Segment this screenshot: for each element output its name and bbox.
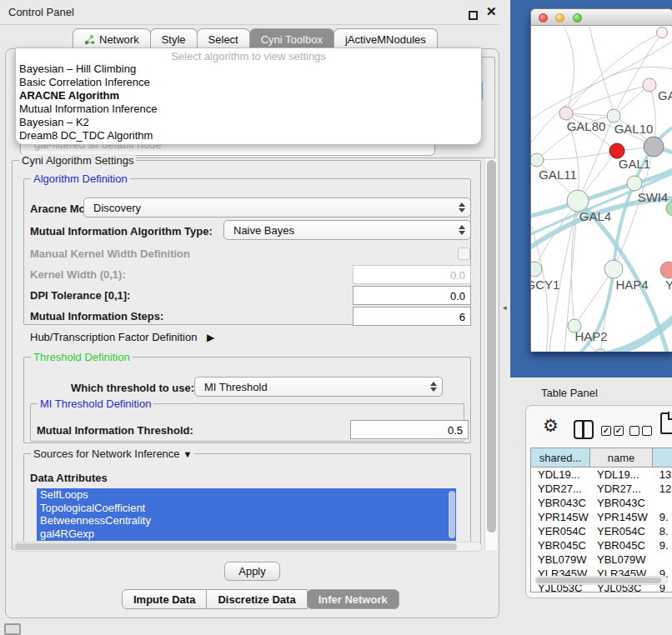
table-row[interactable]: YBR045CYBR045C9. <box>531 538 672 552</box>
panel-divider-handle[interactable]: ◂ <box>503 303 507 312</box>
network-node-hap4[interactable] <box>604 260 623 278</box>
attribute-item[interactable]: TopologicalCoefficient <box>37 502 456 515</box>
network-node-gal80[interactable] <box>559 107 573 120</box>
deselect-all-icon2[interactable] <box>642 426 652 436</box>
network-node-y[interactable] <box>660 262 672 278</box>
table-cell[interactable]: YBL079W <box>590 552 653 567</box>
manual-kernel-checkbox[interactable] <box>458 248 470 260</box>
minimize-traffic-light-icon[interactable] <box>555 13 564 22</box>
network-node-gal11[interactable] <box>531 153 544 167</box>
table-cell[interactable]: YDR27... <box>590 482 653 496</box>
tab-discretize-data[interactable]: Discretize Data <box>206 589 307 609</box>
network-node[interactable] <box>644 137 664 157</box>
table-cell[interactable]: YPR145W <box>590 510 653 524</box>
table-cell[interactable]: 9. <box>653 538 672 552</box>
table-cell[interactable]: YBL079W <box>531 552 590 567</box>
table-cell[interactable]: YDL19... <box>531 468 590 482</box>
algorithm-option[interactable]: Bayesian – K2 <box>16 116 481 129</box>
tab-infer-network[interactable]: Infer Network <box>307 589 399 609</box>
mi-algorithm-type-select[interactable]: Naive Bayes <box>223 220 471 240</box>
table-cell[interactable]: YDR27... <box>531 482 590 496</box>
table-cell[interactable]: YBR043C <box>531 496 590 510</box>
data-attributes-label: Data Attributes <box>30 472 108 484</box>
tab-style[interactable]: Style <box>150 28 198 49</box>
column-header[interactable]: shared... <box>531 448 590 467</box>
aracne-mode-select[interactable]: Discovery <box>83 198 471 218</box>
table-row[interactable]: YDL19...YDL19...13 <box>531 468 672 482</box>
attributes-list-scrollbar[interactable] <box>449 491 455 538</box>
which-threshold-select[interactable]: MI Threshold <box>194 377 443 397</box>
close-icon[interactable]: ✕ <box>486 4 497 19</box>
tab-cyni-toolbox[interactable]: Cyni Toolbox <box>249 28 334 49</box>
mi-steps-label: Mutual Information Steps: <box>30 310 163 322</box>
table-row[interactable]: YBR043CYBR043C <box>531 496 672 510</box>
network-node-label: HAP2 <box>574 329 607 343</box>
export-table-icon[interactable] <box>660 412 672 434</box>
network-window-titlebar[interactable] <box>531 9 672 26</box>
table-cell[interactable]: YBR045C <box>590 538 653 552</box>
select-all-icon[interactable]: ✓ <box>601 426 611 436</box>
table-cell[interactable]: 9. <box>653 510 672 524</box>
algorithm-dropdown-popup: Select algorithm to view settings Bayesi… <box>15 48 482 145</box>
deselect-all-icon[interactable] <box>629 426 639 436</box>
table-cell[interactable]: 12 <box>653 482 672 496</box>
gear-icon[interactable]: ⚙ <box>543 416 559 436</box>
column-header[interactable]: name <box>590 448 653 467</box>
algorithm-option[interactable]: Dream8 DC_TDC Algorithm <box>16 129 481 142</box>
table-row[interactable]: YDR27...YDR27...12 <box>531 482 672 496</box>
algorithm-option[interactable]: ARACNE Algorithm <box>16 89 481 102</box>
network-node[interactable] <box>657 28 668 38</box>
network-node-label: GAL11 <box>539 168 577 182</box>
algorithm-option[interactable]: Bayesian – Hill Climbing <box>16 62 481 76</box>
expanded-arrow-icon[interactable]: ▼ <box>183 449 193 459</box>
column-layout-icon[interactable] <box>574 420 594 439</box>
table-cell[interactable]: 8. <box>653 524 672 538</box>
table-cell[interactable]: YER054C <box>531 524 590 538</box>
table-cell[interactable]: 13 <box>653 468 672 482</box>
algorithm-option[interactable]: Basic Correlation Inference <box>16 76 481 89</box>
attribute-item[interactable]: gal4RGexp <box>37 528 456 541</box>
dpi-tolerance-field[interactable]: 0.0 <box>353 286 471 305</box>
hub-definition-expander[interactable]: Hub/Transcription Factor Definition ▶ <box>30 331 214 343</box>
threshold-definition-title: Threshold Definition <box>31 351 133 363</box>
tab-network[interactable]: Network <box>73 28 151 49</box>
attribute-item[interactable]: BetweennessCentrality <box>37 514 456 528</box>
algorithm-option[interactable]: Mutual Information Inference <box>16 102 481 116</box>
tab-jactivemnodules[interactable]: jActiveMNodules <box>333 28 438 49</box>
tab-impute-data[interactable]: Impute Data <box>122 589 207 609</box>
settings-horizontal-scrollbar[interactable] <box>13 542 482 552</box>
apply-button[interactable]: Apply <box>224 562 280 581</box>
table-row[interactable]: YPR145WYPR145W9. <box>531 510 672 524</box>
table-cell[interactable] <box>653 552 672 567</box>
mi-threshold-field[interactable]: 0.5 <box>350 420 469 439</box>
network-canvas[interactable]: GALGAL80GAL10GAL1GAL11SWI4GAL4GCY1HAP4YH… <box>531 26 672 352</box>
network-node-gal10[interactable] <box>607 109 620 122</box>
table-cell[interactable] <box>653 496 672 510</box>
table-cell[interactable]: YBR043C <box>590 496 653 510</box>
zoom-traffic-light-icon[interactable] <box>573 13 582 22</box>
mi-steps-field[interactable]: 6 <box>353 307 471 326</box>
close-traffic-light-icon[interactable] <box>539 13 548 22</box>
algorithm-definition-title: Algorithm Definition <box>31 172 130 185</box>
kernel-width-field[interactable]: 0.0 <box>353 265 471 284</box>
network-node-gcy1[interactable] <box>531 262 542 277</box>
minimized-panel-icon[interactable] <box>4 623 21 635</box>
select-all-icon2[interactable]: ✓ <box>614 426 624 436</box>
settings-vertical-scrollbar[interactable] <box>484 158 497 550</box>
network-node-label: SWI4 <box>638 190 669 204</box>
table-horizontal-scrollbar[interactable] <box>534 576 668 585</box>
table-cell[interactable]: YPR145W <box>531 510 590 524</box>
tab-select[interactable]: Select <box>197 28 250 49</box>
table-cell[interactable]: YER054C <box>590 524 653 538</box>
network-node-swi4[interactable] <box>627 176 642 191</box>
attribute-item[interactable]: SelfLoops <box>37 488 456 502</box>
table-cell[interactable]: YBR045C <box>531 538 590 552</box>
table-row[interactable]: YBL079WYBL079W <box>531 552 672 567</box>
hub-definition-label: Hub/Transcription Factor Definition <box>30 331 197 343</box>
column-header[interactable] <box>653 448 672 467</box>
network-node-gal[interactable] <box>643 78 656 92</box>
float-window-icon[interactable] <box>469 11 478 20</box>
table-cell[interactable]: YDL19... <box>590 468 653 482</box>
table-row[interactable]: YER054CYER054C8. <box>531 524 672 538</box>
network-node[interactable] <box>594 349 607 352</box>
